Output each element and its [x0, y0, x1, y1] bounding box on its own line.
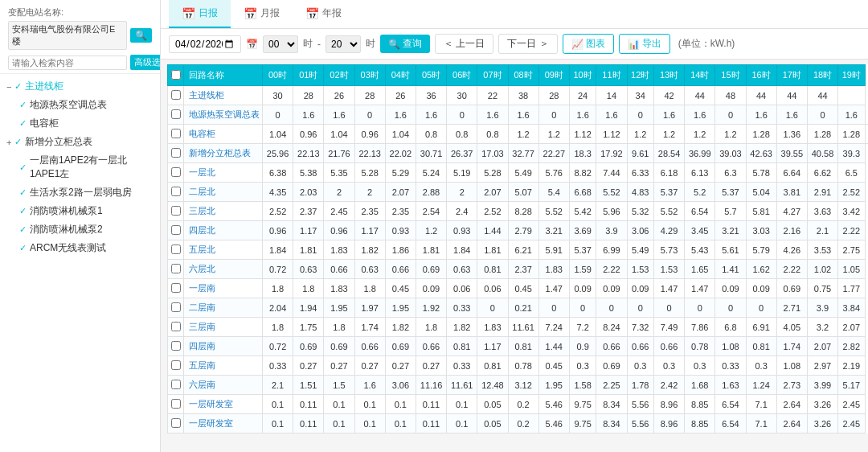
data-table: 回路名称00时01时02时03时04时05时06时07时08时09时10时11时… — [167, 64, 868, 434]
row-checkbox[interactable] — [171, 225, 181, 235]
row-value: 1.92 — [416, 298, 446, 318]
row-checkbox[interactable] — [171, 380, 181, 389]
row-value: 9.75 — [569, 414, 596, 434]
row-name[interactable]: 一层北 — [184, 163, 263, 183]
row-checkbox[interactable] — [171, 90, 181, 100]
row-checkbox[interactable] — [171, 302, 181, 312]
chart-button[interactable]: 📈 图表 — [563, 34, 614, 54]
row-name[interactable]: 三层北 — [184, 202, 263, 221]
row-name[interactable]: 五层北 — [184, 240, 263, 260]
row-value: 1.6 — [293, 105, 324, 125]
query-button[interactable]: 🔍 查询 — [380, 35, 430, 53]
row-value: 2.71 — [776, 298, 807, 318]
row-value: 2.88 — [416, 183, 446, 202]
date-input[interactable] — [169, 35, 241, 53]
row-value: 0.09 — [596, 279, 627, 298]
row-value: 1.28 — [746, 125, 776, 144]
row-value: 5.52 — [596, 183, 627, 202]
row-value: 0.27 — [293, 356, 324, 376]
row-checkbox[interactable] — [171, 418, 181, 428]
row-checkbox[interactable] — [171, 148, 181, 158]
row-value: 1.81 — [477, 240, 508, 260]
sidebar-item-electric-cabinet[interactable]: ✓电容柜 — [0, 114, 160, 133]
sidebar-item-geo-heat-pump[interactable]: ✓地源热泵空调总表 — [0, 96, 160, 114]
row-value: 0 — [354, 105, 385, 125]
row-name[interactable]: 主进线柜 — [184, 86, 263, 105]
row-name[interactable]: 地源热泵空调总表 — [184, 105, 263, 125]
row-checkbox[interactable] — [171, 341, 181, 351]
sidebar-item-arcm[interactable]: ✓ARCM无线表测试 — [0, 239, 160, 257]
row-value: 1.86 — [385, 240, 416, 260]
row-value: 1.6 — [746, 105, 776, 125]
row-checkbox[interactable] — [171, 109, 181, 119]
next-day-button[interactable]: 下一日 ＞ — [498, 34, 557, 54]
row-value: 1.62 — [746, 260, 776, 279]
sidebar-item-first-floor-ape[interactable]: ✓一层南1APE2有一层北1APE1左 — [0, 151, 160, 183]
row-checkbox[interactable] — [171, 244, 181, 254]
row-name[interactable]: 三层南 — [184, 318, 263, 337]
row-value: 3.06 — [385, 376, 416, 395]
row-name[interactable]: 四层北 — [184, 221, 263, 240]
row-checkbox[interactable] — [171, 360, 181, 370]
row-value: 2.52 — [263, 202, 293, 221]
row-value: 0 — [596, 298, 627, 318]
filter-input[interactable] — [8, 55, 127, 70]
row-value: 6.68 — [569, 183, 596, 202]
time-start-select[interactable]: 0001020304050607080910111213141516171819… — [263, 35, 298, 53]
table-row: 一层北6.385.385.355.285.295.245.195.285.495… — [168, 163, 869, 183]
select-all-checkbox[interactable] — [171, 70, 181, 80]
row-value: 0.81 — [447, 337, 477, 356]
row-value: 2.22 — [776, 260, 807, 279]
prev-day-button[interactable]: ＜ 上一日 — [435, 34, 493, 54]
row-name[interactable]: 五层南 — [184, 356, 263, 376]
tab-daily[interactable]: 📅日报 — [169, 0, 231, 28]
row-value: 0.66 — [324, 260, 354, 279]
row-checkbox[interactable] — [171, 206, 181, 216]
row-value: 0 — [627, 105, 653, 125]
row-value: 12.48 — [477, 376, 508, 395]
row-checkbox[interactable] — [171, 167, 181, 177]
check-icon: ✓ — [19, 100, 27, 110]
row-value: 1.84 — [263, 240, 293, 260]
tab-yearly[interactable]: 📅年报 — [293, 0, 354, 28]
row-checkbox[interactable] — [171, 322, 181, 331]
row-checkbox[interactable] — [171, 264, 181, 273]
sidebar-item-new-vertical-cabinet[interactable]: +✓新增分立柜总表 — [0, 133, 160, 151]
row-value: 0.3 — [653, 356, 684, 376]
row-value: 0.93 — [385, 221, 416, 240]
row-name[interactable]: 二层南 — [184, 298, 263, 318]
hour-header-12时: 12时 — [627, 65, 653, 86]
sidebar-item-fire-pump2[interactable]: ✓消防喷淋机械泵2 — [0, 220, 160, 239]
tab-monthly[interactable]: 📅月报 — [231, 0, 293, 28]
row-value: 22.13 — [293, 144, 324, 163]
advanced-select-button[interactable]: 高级选择 — [130, 55, 161, 70]
row-checkbox-cell — [168, 105, 184, 125]
row-name[interactable]: 六层北 — [184, 260, 263, 279]
row-name[interactable]: 一层研发室 — [184, 395, 263, 414]
row-name[interactable]: 一层南 — [184, 279, 263, 298]
table-row: 六层北0.720.630.660.630.660.690.630.812.371… — [168, 260, 869, 279]
table-row: 三层南1.81.751.81.741.821.81.821.8311.617.2… — [168, 318, 869, 337]
row-name[interactable]: 电容柜 — [184, 125, 263, 144]
row-name[interactable]: 二层北 — [184, 183, 263, 202]
row-name[interactable]: 四层南 — [184, 337, 263, 356]
station-search-button[interactable]: 🔍 — [130, 28, 152, 43]
sidebar-item-water-pump[interactable]: ✓生活水泵2路一层弱电房 — [0, 183, 160, 202]
row-checkbox[interactable] — [171, 399, 181, 409]
row-checkbox[interactable] — [171, 283, 181, 293]
row-name[interactable]: 新增分立柜总表 — [184, 144, 263, 163]
row-value: 0.9 — [569, 337, 596, 356]
row-value: 1.6 — [477, 105, 508, 125]
row-name[interactable]: 一层研发室 — [184, 414, 263, 434]
sidebar-item-fire-pump1[interactable]: ✓消防喷淋机械泵1 — [0, 202, 160, 220]
row-checkbox[interactable] — [171, 187, 181, 196]
row-value: 0 — [569, 298, 596, 318]
export-button[interactable]: 📊 导出 — [619, 34, 670, 54]
row-value: 1.04 — [263, 125, 293, 144]
row-name[interactable]: 六层南 — [184, 376, 263, 395]
time-end-select[interactable]: 0001020304050607080910111213141516171819… — [326, 35, 361, 53]
export-icon: 📊 — [628, 39, 640, 50]
sidebar-item-main-cabinet[interactable]: −✓主进线柜 — [0, 77, 160, 96]
row-value: 5.29 — [385, 163, 416, 183]
row-checkbox[interactable] — [171, 129, 181, 138]
